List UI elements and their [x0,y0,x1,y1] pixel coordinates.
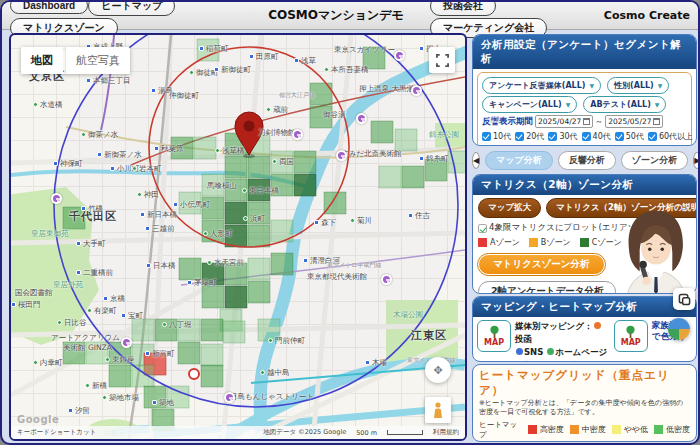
extension-icon[interactable] [673,288,695,310]
topbar-button[interactable]: Dashboard [10,0,88,14]
checkbox-icon [648,132,657,141]
age-checkbox[interactable]: 40代 [582,131,611,142]
translate-globe-icon[interactable] [668,318,690,340]
heatmap-grid-title: ヒートマップグリッド（重点エリア） [473,365,696,398]
heatmap-grid-buttons: MAP ヒートマップグリッド密度 MAP ヒートマップゾーン [473,441,696,442]
density-color-swatch [528,425,537,434]
map-label: 水天宮前 [207,259,244,267]
heatmap-cell [109,365,131,387]
station-icon [53,161,58,166]
map-label: 押上温泉 大黒湯 [359,85,414,93]
map-type-satellite-button[interactable]: 航空写真 [65,47,130,74]
museum-onsen-marker[interactable] [381,274,392,285]
keyboard-shortcuts-link[interactable]: キーボードショートカット [17,428,96,437]
map-label-text: 二重橋前 [83,269,113,277]
map-label: 内幸町 [33,359,63,367]
map-label-text: 蔵前 [273,106,288,114]
museum-onsen-marker[interactable] [394,50,405,61]
pegman-icon [432,402,444,418]
map-label-text: 稲荷町 [206,45,229,53]
tab-3[interactable]: ゾーン分析 [621,151,688,170]
map-label: 都営大江戸線 [279,92,315,98]
map-viewport[interactable]: 京成上野上野広小路文京区本郷三丁目湯島仲御徒町御徒町新御徒町稲荷町田原町浅草東京… [9,33,467,441]
museum-onsen-marker[interactable] [51,193,62,204]
zone-checkbox[interactable]: Aゾーン [482,144,534,146]
map-label: 汐留 [68,407,90,415]
dropdown-row-2: キャンペーン(ALL)ABテスト(ALL) [482,96,687,113]
filter-dropdown[interactable]: 性別(ALL) [607,77,669,94]
tree-icon [189,70,194,75]
matrix-zone-header: マトリクス（2軸）ゾーン分析 [473,175,696,195]
street-view-pegman[interactable] [425,397,451,423]
map-label: 錦糸公園 [429,131,459,139]
map-label-text: 浅草 [301,57,316,65]
age-checkbox[interactable]: 60代以上 [648,131,693,142]
terms-link[interactable]: 利用規約 [433,428,459,437]
map-label-text: 錦糸公園 [429,131,459,139]
museum-onsen-marker[interactable] [336,150,347,161]
age-checkbox[interactable]: 30代 [548,131,577,142]
two-axis-survey-button[interactable]: 2軸アンケートデータ分析 [478,281,616,294]
filter-dropdown[interactable]: アンケート反響媒体(ALL) [482,77,601,94]
station-icon [214,67,219,72]
age-checkbox[interactable]: 10代 [482,131,511,142]
filter-dropdown[interactable]: キャンペーン(ALL) [482,96,577,113]
map-label-text: 月島もんじゃストリート [230,393,314,401]
checkbox-icon [582,132,591,141]
tree-icon [268,338,273,343]
family-color-map-button[interactable]: MAP [614,320,648,352]
map-label: 竹橋 [81,205,103,213]
map-label-text: 築地市場 [109,394,139,402]
date-to-input[interactable]: 2025/05/27 [605,115,663,128]
media-mapping-map-button[interactable]: MAP [477,320,511,352]
fullscreen-button[interactable] [429,47,455,73]
map-label: 蔵前 [266,106,288,114]
museum-onsen-marker[interactable] [224,392,235,403]
zone-checkbox[interactable]: Dゾーン [662,144,697,146]
map-label-text: 皇居外苑 [53,281,83,289]
topbar-button[interactable]: ヒートマップ [88,0,175,16]
segment-settings-header: 分析用設定（アンケート）セグメント解析 [473,35,696,69]
museum-onsen-marker[interactable] [411,85,422,96]
tabs-next-arrow[interactable]: ▶ [693,152,700,169]
age-checkbox[interactable]: 50代 [615,131,644,142]
map-zoom-button[interactable]: マップ拡大 [478,198,541,218]
zone-checkbox[interactable]: Bゾーン [542,144,594,146]
tree-icon [242,188,247,193]
media-label-text: SNS [524,347,546,357]
museum-onsen-marker[interactable] [121,337,132,348]
map-tree-icon [487,325,502,339]
zone-checkbox[interactable]: Cゾーン [602,144,654,146]
map-label-text: 宝町 [128,312,143,320]
map-label-text: 大手町 [83,240,106,248]
google-watermark: Google [17,414,59,425]
map-label-text: 木場公園 [393,311,423,319]
tab-1[interactable]: マップ分析 [485,151,553,170]
media-dot [594,322,601,329]
tree-icon [132,166,137,171]
heatmap-grid-card: ヒートマップグリッド（重点エリア） ※ヒートマップ分析とは、「データの集中度や傾… [472,364,697,442]
date-from-input[interactable]: 2025/04/27 [535,115,593,128]
map-label-text: 東京都現代美術館 [307,273,367,281]
checkbox-icon [662,145,671,146]
calendar-icon[interactable] [653,118,660,125]
tab-2[interactable]: 反響分析 [558,151,616,170]
calendar-icon[interactable] [583,118,590,125]
map-type-map-button[interactable]: 地図 [21,47,63,74]
museum-onsen-marker[interactable] [356,113,367,124]
map-label-text: 越中島 [267,369,290,377]
map-label: 皇居外苑 [53,281,83,289]
density-label: やや低 [624,424,648,435]
filter-dropdown[interactable]: ABテスト(ALL) [583,96,666,113]
topbar-button[interactable]: 投函会社 [430,0,496,16]
map-label: 水道橋 [33,101,63,109]
museum-onsen-marker[interactable] [292,129,303,140]
media-label: 媒体別マッピング： [515,321,593,331]
matrix-zone-analysis-button[interactable]: マトリクスゾーン分析 [478,254,605,275]
age-checkbox[interactable]: 20代 [515,131,544,142]
map-label-text: 新御徒町 [221,66,251,74]
pan-control[interactable]: ✥ [425,357,451,383]
map-label: 茅場町 [187,279,217,287]
age-label: 60代以上 [659,131,693,142]
tabs-prev-arrow[interactable]: ◀ [472,152,480,169]
